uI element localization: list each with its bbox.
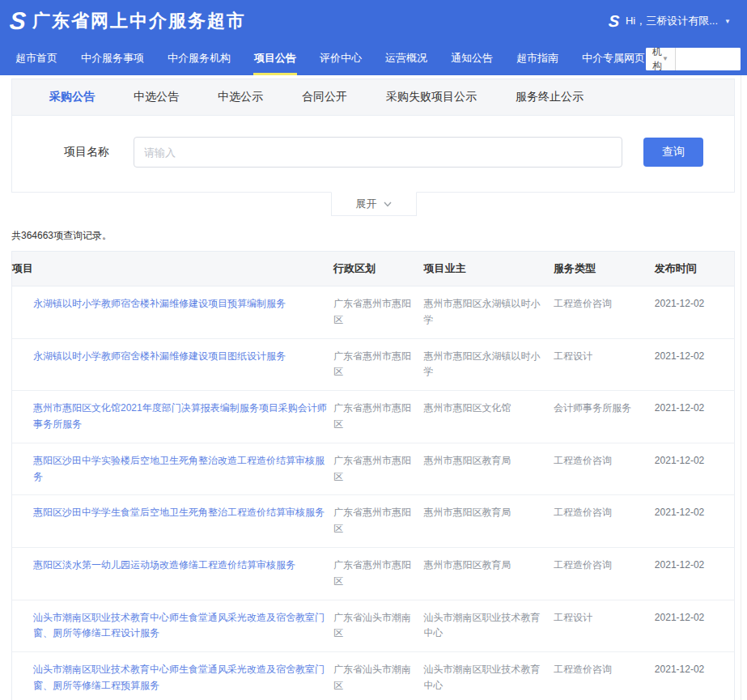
cell-owner: 惠州市惠阳区教育局: [423, 443, 554, 495]
table-header-cell: 服务类型: [554, 252, 655, 286]
project-link[interactable]: 汕头市潮南区职业技术教育中心师生食堂通风采光改造及宿舍教室门窗、厕所等修缮工程预…: [33, 664, 325, 691]
table-header-cell: 发布时间: [655, 252, 734, 286]
cell-region: 广东省惠州市惠阳区: [333, 548, 424, 600]
brand: S 广东省网上中介服务超市: [10, 9, 246, 33]
cell-service-type: 工程造价咨询: [554, 443, 655, 495]
main-nav: 超市首页中介服务事项中介服务机构项目公告评价中心运营概况通知公告超市指南中介专属…: [0, 42, 747, 75]
query-button[interactable]: 查询: [643, 138, 703, 167]
expander-wrap: 展开: [0, 193, 747, 216]
cell-publish-date: 2021-12-02: [655, 391, 734, 443]
nav-item[interactable]: 评价中心: [319, 42, 363, 75]
table-row: 惠阳区淡水第一幼儿园运动场改造修缮工程造价结算审核服务广东省惠州市惠阳区惠州市惠…: [12, 548, 734, 600]
table-row: 惠州市惠阳区文化馆2021年度部门决算报表编制服务项目采购会计师事务所服务广东省…: [12, 391, 734, 443]
cell-owner: 惠州市惠阳区永湖镇以时小学: [423, 339, 554, 391]
chevron-down-icon: [384, 202, 392, 207]
user-menu[interactable]: S Hi，三桥设计有限... ▼: [609, 13, 731, 29]
cell-service-type: 工程造价咨询: [554, 495, 655, 547]
cell-publish-date: 2021-12-02: [655, 600, 734, 652]
project-link[interactable]: 永湖镇以时小学教师宿舍楼补漏维修建设项目图纸设计服务: [33, 350, 286, 362]
select-caret-icon: ▼: [662, 55, 668, 62]
table-header-cell: 项目业主: [423, 252, 554, 286]
result-count: 共364663项查询记录。: [11, 229, 735, 243]
user-menu-caret-icon[interactable]: ▼: [724, 18, 731, 25]
user-logo-icon: S: [608, 13, 620, 29]
cell-region: 广东省汕头市潮南区: [333, 652, 424, 700]
nav-item[interactable]: 通知公告: [450, 42, 494, 75]
scrollbar-track[interactable]: [741, 75, 747, 700]
cell-project: 惠阳区淡水第一幼儿园运动场改造修缮工程造价结算审核服务: [12, 548, 333, 600]
cell-project: 永湖镇以时小学教师宿舍楼补漏维修建设项目预算编制服务: [12, 286, 333, 338]
project-link[interactable]: 永湖镇以时小学教师宿舍楼补漏维修建设项目预算编制服务: [33, 298, 286, 309]
nav-item[interactable]: 中介服务机构: [167, 42, 231, 75]
nav-item[interactable]: 中介服务事项: [80, 42, 145, 75]
announcement-tabbar: 采购公告中选公告中选公示合同公开采购失败项目公示服务终止公示: [12, 79, 734, 116]
cell-region: 广东省惠州市惠阳区: [333, 339, 424, 391]
nav-item[interactable]: 超市指南: [516, 42, 559, 75]
project-name-label: 项目名称: [64, 145, 134, 159]
cell-region: 广东省惠州市惠阳区: [333, 443, 424, 495]
top-header: S 广东省网上中介服务超市 S Hi，三桥设计有限... ▼: [0, 0, 747, 42]
cell-service-type: 会计师事务所服务: [554, 391, 655, 443]
project-link[interactable]: 惠阳区淡水第一幼儿园运动场改造修缮工程造价结算审核服务: [33, 559, 295, 571]
nav-item[interactable]: 中介专属网页: [581, 42, 646, 75]
cell-publish-date: 2021-12-02: [655, 548, 734, 600]
cell-publish-date: 2021-12-02: [655, 652, 734, 700]
cell-owner: 惠州市惠阳区文化馆: [423, 391, 554, 443]
table-row: 永湖镇以时小学教师宿舍楼补漏维修建设项目图纸设计服务广东省惠州市惠阳区惠州市惠阳…: [12, 339, 734, 392]
nav-item[interactable]: 超市首页: [15, 42, 58, 75]
tab-item[interactable]: 中选公告: [134, 90, 179, 104]
table-body: 永湖镇以时小学教师宿舍楼补漏维修建设项目预算编制服务广东省惠州市惠阳区惠州市惠阳…: [12, 286, 734, 700]
table-row: 永湖镇以时小学教师宿舍楼补漏维修建设项目预算编制服务广东省惠州市惠阳区惠州市惠阳…: [12, 286, 734, 339]
cell-service-type: 工程造价咨询: [554, 652, 655, 700]
table-header-cell: 行政区划: [333, 252, 424, 286]
global-search-input[interactable]: [676, 48, 741, 70]
table-header-cell: 项目: [12, 252, 333, 286]
global-search-bar: 机构 ▼: [646, 48, 741, 70]
cell-publish-date: 2021-12-02: [655, 286, 734, 338]
tab-item[interactable]: 中选公示: [218, 90, 263, 104]
main-nav-items: 超市首页中介服务事项中介服务机构项目公告评价中心运营概况通知公告超市指南中介专属…: [15, 42, 646, 75]
cell-owner: 汕头市潮南区职业技术教育中心: [423, 652, 554, 700]
project-link[interactable]: 汕头市潮南区职业技术教育中心师生食堂通风采光改造及宿舍教室门窗、厕所等修缮工程设…: [33, 612, 325, 639]
cell-project: 惠州市惠阳区文化馆2021年度部门决算报表编制服务项目采购会计师事务所服务: [12, 391, 333, 443]
cell-service-type: 工程造价咨询: [554, 286, 655, 338]
cell-owner: 惠州市惠阳区教育局: [423, 495, 554, 547]
project-link[interactable]: 惠州市惠阳区文化馆2021年度部门决算报表编制服务项目采购会计师事务所服务: [33, 402, 327, 430]
cell-region: 广东省惠州市惠阳区: [333, 495, 424, 547]
table-header-row: 项目行政区划项目业主服务类型发布时间: [12, 252, 734, 286]
table-row: 汕头市潮南区职业技术教育中心师生食堂通风采光改造及宿舍教室门窗、厕所等修缮工程预…: [12, 652, 734, 700]
cell-project: 汕头市潮南区职业技术教育中心师生食堂通风采光改造及宿舍教室门窗、厕所等修缮工程设…: [12, 600, 333, 652]
project-link[interactable]: 惠阳区沙田中学学生食堂后空地卫生死角整治工程造价结算审核服务: [33, 507, 325, 518]
cell-project: 永湖镇以时小学教师宿舍楼补漏维修建设项目图纸设计服务: [12, 339, 333, 391]
cell-owner: 汕头市潮南区职业技术教育中心: [423, 600, 554, 652]
tab-item[interactable]: 采购失败项目公示: [386, 90, 477, 104]
expand-toggle[interactable]: 展开: [331, 192, 417, 216]
filter-form: 项目名称 查询: [12, 116, 734, 192]
cell-project: 惠阳区沙田中学学生食堂后空地卫生死角整治工程造价结算审核服务: [12, 495, 333, 547]
results-table: 项目行政区划项目业主服务类型发布时间 永湖镇以时小学教师宿舍楼补漏维修建设项目预…: [11, 251, 735, 700]
cell-publish-date: 2021-12-02: [655, 495, 734, 547]
project-name-input[interactable]: [134, 137, 622, 168]
project-link[interactable]: 惠阳区沙田中学实验楼后空地卫生死角整治改造工程造价结算审核服务: [33, 455, 325, 482]
cell-service-type: 工程造价咨询: [554, 548, 655, 600]
cell-publish-date: 2021-12-02: [655, 339, 734, 391]
tab-item[interactable]: 合同公开: [302, 90, 347, 104]
table-row: 汕头市潮南区职业技术教育中心师生食堂通风采光改造及宿舍教室门窗、厕所等修缮工程设…: [12, 600, 734, 653]
nav-item[interactable]: 项目公告: [253, 42, 297, 75]
tab-item[interactable]: 采购公告: [49, 90, 95, 104]
cell-publish-date: 2021-12-02: [655, 443, 734, 495]
cell-region: 广东省惠州市惠阳区: [333, 391, 424, 443]
cell-service-type: 工程设计: [554, 600, 655, 652]
cell-region: 广东省惠州市惠阳区: [333, 286, 424, 338]
search-category-value: 机构: [652, 48, 662, 70]
cell-owner: 惠州市惠阳区教育局: [423, 548, 554, 600]
tab-item[interactable]: 服务终止公示: [516, 90, 584, 104]
expand-label: 展开: [356, 197, 377, 211]
nav-item[interactable]: 运营概况: [384, 42, 428, 75]
table-row: 惠阳区沙田中学实验楼后空地卫生死角整治改造工程造价结算审核服务广东省惠州市惠阳区…: [12, 443, 734, 496]
site-title: 广东省网上中介服务超市: [32, 9, 246, 33]
table-row: 惠阳区沙田中学学生食堂后空地卫生死角整治工程造价结算审核服务广东省惠州市惠阳区惠…: [12, 495, 734, 548]
cell-service-type: 工程设计: [554, 339, 655, 391]
filter-panel: 采购公告中选公告中选公示合同公开采购失败项目公示服务终止公示 项目名称 查询: [11, 78, 735, 193]
global-search-category-select[interactable]: 机构 ▼: [646, 48, 676, 70]
